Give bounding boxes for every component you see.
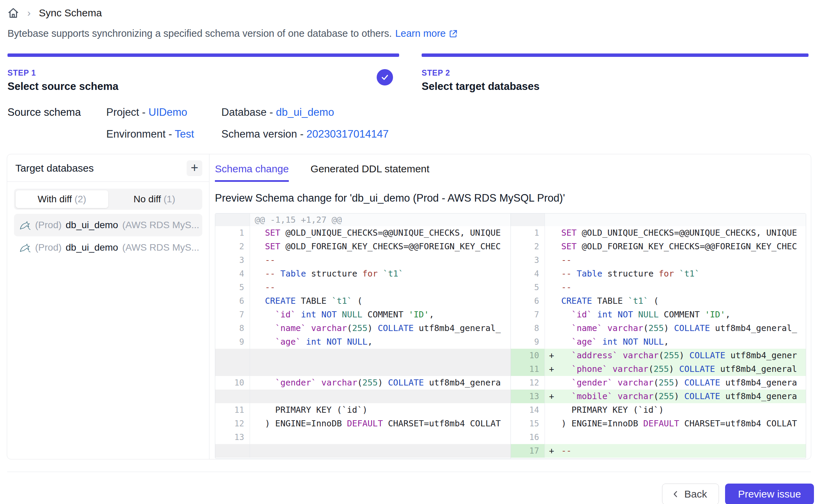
with-diff-count: (2) — [75, 194, 86, 204]
hunk-header: @@ -1,15 +1,27 @@ — [250, 214, 511, 226]
code-line: -- Table structure for `t1` — [545, 267, 806, 281]
no-diff-label: No diff — [134, 194, 161, 204]
code-line: ) ENGINE=InnoDB DEFAULT CHARSET=utf8mb4 … — [250, 417, 511, 430]
diff-row: 1SET @OLD_UNIQUE_CHECKS=@@UNIQUE_CHECKS,… — [215, 226, 511, 240]
code-line: -- — [250, 253, 511, 267]
line-number — [511, 214, 545, 226]
line-number: 8 — [215, 321, 250, 335]
diff-row: 16 — [511, 430, 806, 444]
code-line: `name` varchar(255) COLLATE utf8mb4_gene… — [545, 321, 806, 335]
preview-title: Preview Schema change for 'db_ui_demo (P… — [215, 192, 806, 204]
code-line — [250, 430, 511, 444]
diff-row: 4 -- Table structure for `t1` — [511, 267, 806, 281]
db-name: db_ui_demo — [66, 220, 118, 231]
diff-row — [215, 362, 511, 376]
code-line: `age` int NOT NULL, — [545, 335, 806, 349]
line-number: 11 — [511, 362, 545, 376]
line-number: 10 — [215, 376, 250, 390]
project-link[interactable]: UIDemo — [148, 106, 187, 118]
diff-row: 15 ) ENGINE=InnoDB DEFAULT CHARSET=utf8m… — [511, 417, 806, 430]
code-line: PRIMARY KEY (`id`) — [545, 403, 806, 417]
diff-row: 8 `name` varchar(255) COLLATE utf8mb4_ge… — [215, 321, 511, 335]
source-schema-summary: Source schema Project - UIDemo Database … — [7, 106, 816, 140]
diff-row: @@ -1,15 +1,27 @@ — [215, 214, 511, 226]
code-line: -- — [250, 281, 511, 294]
code-line: CREATE TABLE `t1` ( — [545, 294, 806, 308]
code-line — [545, 430, 806, 444]
line-number: 12 — [215, 417, 250, 430]
home-icon[interactable] — [7, 7, 19, 19]
code-line — [250, 444, 511, 458]
code-line: CREATE TABLE `t1` ( — [250, 294, 511, 308]
line-marker — [549, 226, 561, 240]
chevron-right-icon: › — [27, 7, 31, 19]
tab-generated-ddl[interactable]: Generated DDL statement — [311, 163, 429, 182]
database-list-item[interactable]: (Prod) db_ui_demo (AWS RDS MyS... — [14, 236, 202, 259]
line-number: 4 — [511, 267, 545, 281]
step-1-title: Select source schema — [7, 80, 399, 93]
diff-row: 13 — [215, 430, 511, 444]
back-button[interactable]: Back — [662, 484, 719, 504]
db-instance: (AWS RDS MyS... — [122, 242, 199, 253]
schema-version-link[interactable]: 20230317014147 — [307, 128, 389, 140]
code-line: `name` varchar(255) COLLATE utf8mb4_gene… — [250, 321, 511, 335]
line-marker — [549, 321, 561, 335]
environment-label: Environment - — [106, 128, 172, 140]
breadcrumb: › Sync Schema — [0, 5, 816, 20]
tab-schema-change[interactable]: Schema change — [215, 163, 289, 182]
target-databases-title: Target databases — [15, 162, 94, 174]
line-number: 3 — [511, 253, 545, 267]
line-marker — [549, 430, 561, 444]
diff-row: 3 -- — [511, 253, 806, 267]
preview-tabs: Schema change Generated DDL statement — [215, 154, 806, 182]
code-line: ) ENGINE=InnoDB DEFAULT CHARSET=utf8mb4 … — [545, 417, 806, 430]
code-line: SET @OLD_UNIQUE_CHECKS=@@UNIQUE_CHECKS, … — [545, 226, 806, 240]
db-environment: (Prod) — [35, 220, 62, 231]
code-line: SET @OLD_UNIQUE_CHECKS=@@UNIQUE_CHECKS, … — [250, 226, 511, 240]
diff-row: 9 `age` int NOT NULL, — [215, 335, 511, 349]
project-label: Project - — [106, 106, 145, 118]
tab-no-diff[interactable]: No diff (1) — [108, 190, 201, 208]
with-diff-label: With diff — [37, 194, 72, 204]
diff-row: 11 PRIMARY KEY (`id`) — [215, 403, 511, 417]
environment-link[interactable]: Test — [175, 128, 194, 140]
line-number: 9 — [215, 335, 250, 349]
diff-row: 17+-- — [511, 444, 806, 458]
source-database: Database - db_ui_demo — [221, 106, 816, 119]
footer-actions: Back Preview issue — [0, 484, 814, 504]
diff-row: 6CREATE TABLE `t1` ( — [215, 294, 511, 308]
line-number — [215, 444, 250, 458]
db-name: db_ui_demo — [66, 242, 118, 253]
step-1: STEP 1 Select source schema — [7, 53, 399, 93]
source-environment: Environment - Test — [106, 128, 221, 140]
code-line: `id` int NOT NULL COMMENT 'ID', — [545, 308, 806, 321]
line-number: 13 — [215, 430, 250, 444]
diff-row: 7 `id` int NOT NULL COMMENT 'ID', — [215, 308, 511, 321]
schema-diff-viewer[interactable]: @@ -1,15 +1,27 @@1SET @OLD_UNIQUE_CHECKS… — [215, 213, 806, 459]
footer-divider — [7, 472, 811, 472]
tab-with-diff[interactable]: With diff (2) — [16, 190, 108, 208]
line-number: 12 — [511, 376, 545, 390]
line-marker — [549, 240, 561, 253]
added-line-marker: + — [549, 362, 561, 376]
add-target-database-button[interactable]: + — [187, 160, 202, 176]
schema-preview-panel: Schema change Generated DDL statement Pr… — [209, 154, 811, 459]
learn-more-link[interactable]: Learn more — [395, 28, 458, 39]
line-number: 1 — [511, 226, 545, 240]
database-link[interactable]: db_ui_demo — [276, 106, 334, 118]
sync-schema-page: › Sync Schema Bytebase supports synchron… — [0, 0, 816, 504]
diff-row: 12 `gender` varchar(255) COLLATE utf8mb4… — [511, 376, 806, 390]
line-marker — [549, 417, 561, 430]
diff-row: 2 SET @OLD_FOREIGN_KEY_CHECKS=@@FOREIGN_… — [511, 240, 806, 253]
preview-issue-button[interactable]: Preview issue — [725, 484, 814, 504]
step-1-progress-bar — [7, 53, 399, 57]
line-number: 16 — [511, 430, 545, 444]
db-instance: (AWS RDS MyS... — [122, 220, 199, 231]
back-label: Back — [684, 488, 707, 500]
line-number: 6 — [215, 294, 250, 308]
line-number: 7 — [511, 308, 545, 321]
diff-row: 4-- Table structure for `t1` — [215, 267, 511, 281]
step-1-label: STEP 1 — [7, 68, 399, 78]
database-list-item[interactable]: (Prod) db_ui_demo (AWS RDS MyS... — [14, 214, 202, 236]
spacer-cell — [7, 128, 106, 140]
